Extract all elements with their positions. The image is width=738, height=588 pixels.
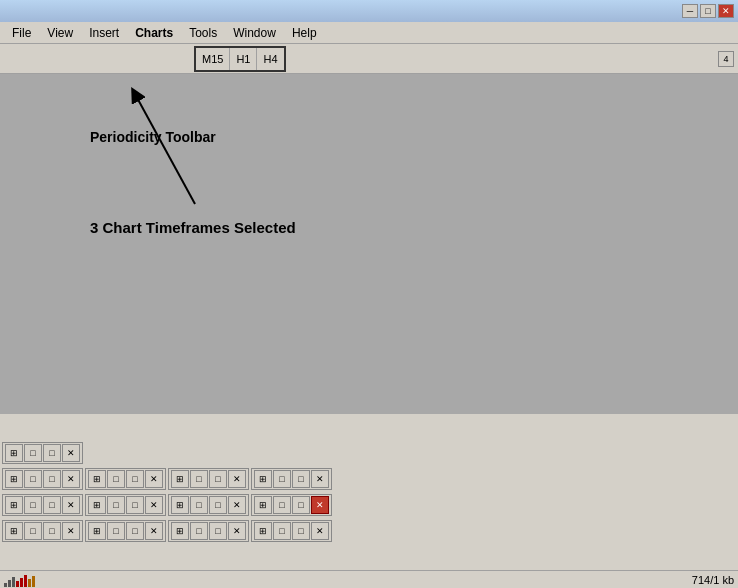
menu-window[interactable]: Window xyxy=(225,24,284,42)
chart-group-3-3: ⊞ □ □ ✕ xyxy=(168,494,249,516)
chart-btn-close[interactable]: ✕ xyxy=(62,444,80,462)
main-content: Periodicity Toolbar 3 Chart Timeframes S… xyxy=(0,74,738,414)
periodicity-toolbar: M15 H1 H4 xyxy=(194,46,286,72)
chart-btn-w4[interactable]: ✕ xyxy=(145,496,163,514)
chart-btn-w3[interactable]: □ xyxy=(126,496,144,514)
chart-btn-z3[interactable]: □ xyxy=(43,522,61,540)
chart-btn-v3[interactable]: □ xyxy=(43,496,61,514)
tab-row-4: ⊞ □ □ ✕ ⊞ □ □ ✕ ⊞ □ □ ✕ ⊞ □ □ ✕ xyxy=(0,518,738,544)
timeframes-label: 3 Chart Timeframes Selected xyxy=(90,219,296,236)
chart-btn-aa2[interactable]: □ xyxy=(107,522,125,540)
chart-group-3-1: ⊞ □ □ ✕ xyxy=(2,494,83,516)
svg-line-0 xyxy=(135,94,195,204)
restore-button[interactable]: □ xyxy=(700,4,716,18)
tab-row-3: ⊞ □ □ ✕ ⊞ □ □ ✕ ⊞ □ □ ✕ ⊞ □ □ ✕ xyxy=(0,492,738,518)
chart-group-4-2: ⊞ □ □ ✕ xyxy=(85,520,166,542)
chart-group-4-3: ⊞ □ □ ✕ xyxy=(168,520,249,542)
volume-icon xyxy=(4,573,35,587)
chart-btn-y1[interactable]: ⊞ xyxy=(254,496,272,514)
chart-btn-u3[interactable]: □ xyxy=(292,470,310,488)
status-info: 714/1 kb xyxy=(692,574,734,586)
period-h4-button[interactable]: H4 xyxy=(257,48,283,70)
chart-group-4-4: ⊞ □ □ ✕ xyxy=(251,520,332,542)
chart-group-2-3: ⊞ □ □ ✕ xyxy=(168,468,249,490)
menu-help[interactable]: Help xyxy=(284,24,325,42)
period-m15-button[interactable]: M15 xyxy=(196,48,230,70)
chart-group-2-1: ⊞ □ □ ✕ xyxy=(2,468,83,490)
menu-file[interactable]: File xyxy=(4,24,39,42)
chart-btn-restore[interactable]: ⊞ xyxy=(5,444,23,462)
chart-btn-min[interactable]: □ xyxy=(43,444,61,462)
chart-btn-y3[interactable]: □ xyxy=(292,496,310,514)
chart-btn-w1[interactable]: ⊞ xyxy=(88,496,106,514)
chart-group-3-4: ⊞ □ □ ✕ xyxy=(251,494,332,516)
toolbar-scroll-right[interactable]: 4 xyxy=(718,51,734,67)
chart-btn-x2[interactable]: □ xyxy=(190,496,208,514)
chart-btn-z2[interactable]: □ xyxy=(24,522,42,540)
title-bar: ─ □ ✕ xyxy=(0,0,738,22)
minimize-button[interactable]: ─ xyxy=(682,4,698,18)
status-bar: 714/1 kb xyxy=(0,570,738,588)
chart-btn-z4[interactable]: ✕ xyxy=(62,522,80,540)
tab-row-2: ⊞ □ □ ✕ ⊞ □ □ ✕ ⊞ □ □ ✕ ⊞ □ □ ✕ xyxy=(0,466,738,492)
chart-btn-aa1[interactable]: ⊞ xyxy=(88,522,106,540)
chart-group-2-2: ⊞ □ □ ✕ xyxy=(85,468,166,490)
chart-btn-s3[interactable]: □ xyxy=(126,470,144,488)
chart-btn-ac2[interactable]: □ xyxy=(273,522,291,540)
chart-btn-ab1[interactable]: ⊞ xyxy=(171,522,189,540)
chart-btn-t1[interactable]: ⊞ xyxy=(171,470,189,488)
menu-bar: File View Insert Charts Tools Window Hel… xyxy=(0,22,738,44)
chart-btn-s2[interactable]: □ xyxy=(107,470,125,488)
chart-btn-restore2[interactable]: □ xyxy=(24,444,42,462)
chart-btn-w2[interactable]: □ xyxy=(107,496,125,514)
menu-insert[interactable]: Insert xyxy=(81,24,127,42)
menu-tools[interactable]: Tools xyxy=(181,24,225,42)
chart-btn-t4[interactable]: ✕ xyxy=(228,470,246,488)
chart-btn-aa3[interactable]: □ xyxy=(126,522,144,540)
chart-btn-ac4[interactable]: ✕ xyxy=(311,522,329,540)
chart-btn-x1[interactable]: ⊞ xyxy=(171,496,189,514)
menu-charts[interactable]: Charts xyxy=(127,24,181,42)
chart-btn-ac1[interactable]: ⊞ xyxy=(254,522,272,540)
chart-btn-r1[interactable]: ⊞ xyxy=(5,470,23,488)
chart-btn-y4-close-red[interactable]: ✕ xyxy=(311,496,329,514)
chart-btn-y2[interactable]: □ xyxy=(273,496,291,514)
bottom-panel: ⊞ □ □ ✕ ⊞ □ □ ✕ ⊞ □ □ ✕ ⊞ □ □ ✕ ⊞ □ □ xyxy=(0,440,738,588)
chart-btn-v4[interactable]: ✕ xyxy=(62,496,80,514)
chart-btn-t2[interactable]: □ xyxy=(190,470,208,488)
chart-btn-s1[interactable]: ⊞ xyxy=(88,470,106,488)
toolbar-area: M15 H1 H4 4 xyxy=(0,44,738,74)
annotation-label: Periodicity Toolbar xyxy=(90,129,216,145)
chart-btn-ab4[interactable]: ✕ xyxy=(228,522,246,540)
chart-btn-v1[interactable]: ⊞ xyxy=(5,496,23,514)
chart-btn-aa4[interactable]: ✕ xyxy=(145,522,163,540)
chart-btn-x4[interactable]: ✕ xyxy=(228,496,246,514)
chart-btn-ab3[interactable]: □ xyxy=(209,522,227,540)
chart-btn-z1[interactable]: ⊞ xyxy=(5,522,23,540)
chart-btn-u4[interactable]: ✕ xyxy=(311,470,329,488)
chart-btn-ab2[interactable]: □ xyxy=(190,522,208,540)
chart-group-1-1: ⊞ □ □ ✕ xyxy=(2,442,83,464)
chart-btn-r3[interactable]: □ xyxy=(43,470,61,488)
chart-btn-ac3[interactable]: □ xyxy=(292,522,310,540)
close-button[interactable]: ✕ xyxy=(718,4,734,18)
chart-btn-r2[interactable]: □ xyxy=(24,470,42,488)
chart-btn-v2[interactable]: □ xyxy=(24,496,42,514)
menu-view[interactable]: View xyxy=(39,24,81,42)
tab-row-1: ⊞ □ □ ✕ xyxy=(0,440,738,466)
chart-group-4-1: ⊞ □ □ ✕ xyxy=(2,520,83,542)
chart-btn-s4[interactable]: ✕ xyxy=(145,470,163,488)
chart-btn-u1[interactable]: ⊞ xyxy=(254,470,272,488)
chart-btn-r4[interactable]: ✕ xyxy=(62,470,80,488)
chart-btn-t3[interactable]: □ xyxy=(209,470,227,488)
bar-chart-indicator xyxy=(4,573,35,587)
chart-btn-x3[interactable]: □ xyxy=(209,496,227,514)
chart-group-2-4: ⊞ □ □ ✕ xyxy=(251,468,332,490)
period-h1-button[interactable]: H1 xyxy=(230,48,257,70)
chart-group-3-2: ⊞ □ □ ✕ xyxy=(85,494,166,516)
chart-btn-u2[interactable]: □ xyxy=(273,470,291,488)
